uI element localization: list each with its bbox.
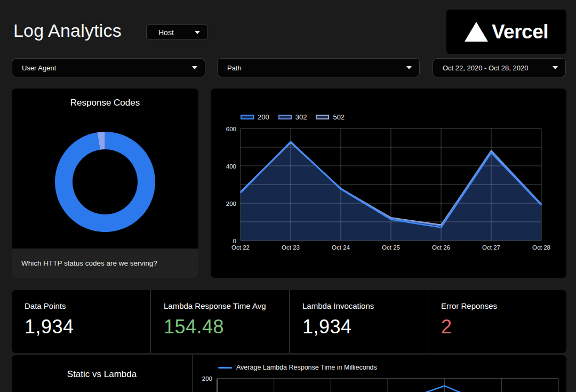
vercel-logo: Vercel: [446, 10, 566, 54]
svg-text:200: 200: [226, 201, 236, 207]
stat-value: 154.48: [164, 316, 289, 338]
response-codes-timeseries-card: 0200400600Oct 22Oct 23Oct 24Oct 25Oct 26…: [211, 89, 566, 278]
user-agent-dropdown-label: User Agent: [22, 64, 188, 72]
svg-text:200: 200: [202, 375, 212, 382]
response-codes-card: Response Codes Which HTTP status codes a…: [12, 89, 198, 278]
lambda-response-time-line-chart: 200: [193, 355, 567, 392]
legend-label: 200: [258, 113, 269, 121]
chart-legend: 200302502: [241, 113, 354, 121]
vercel-triangle-icon: [465, 22, 488, 42]
user-agent-dropdown[interactable]: User Agent: [12, 58, 205, 77]
legend-item-200[interactable]: 200: [241, 113, 269, 121]
svg-text:Oct 22: Oct 22: [231, 244, 250, 251]
svg-text:Oct 23: Oct 23: [282, 244, 300, 251]
legend-item-502[interactable]: 502: [316, 113, 345, 121]
static-vs-lambda-title: Static vs Lambda: [12, 369, 192, 380]
date-range-label: Oct 22, 2020 - Oct 28, 2020: [443, 64, 548, 72]
static-vs-lambda-card: Static vs Lambda Average Lambda Response…: [12, 355, 566, 392]
page-title: Log Analytics: [13, 20, 122, 41]
stat-lambda-response-time-avg: Lambda Response Time Avg 154.48: [150, 290, 289, 353]
stat-value: 1,934: [25, 316, 150, 338]
stat-label: Data Points: [25, 301, 150, 310]
legend-label: 302: [295, 113, 307, 121]
log-analytics-dashboard: Log Analytics Host Vercel User Agent Pat…: [0, 0, 576, 392]
stat-label: Error Reponses: [441, 301, 566, 310]
lambda-response-time-chart-cell: Average Lambda Response Time in Millieco…: [192, 355, 566, 392]
host-dropdown-label: Host: [158, 28, 190, 37]
legend-item-302[interactable]: 302: [278, 113, 307, 121]
date-range-dropdown[interactable]: Oct 22, 2020 - Oct 28, 2020: [433, 58, 566, 77]
stat-error-responses: Error Reponses 2: [428, 290, 566, 353]
chevron-down-icon: [192, 66, 197, 69]
vercel-logo-text: Vercel: [492, 21, 548, 43]
legend-swatch-icon: [241, 115, 254, 119]
stat-label: Lambda Response Time Avg: [164, 301, 289, 310]
donut-card-footer: Which HTTP status codes are we serving?: [12, 249, 198, 278]
stat-lambda-invocations: Lambda Invocations 1,934: [289, 290, 428, 353]
summary-stats-card: Data Points 1,934 Lambda Response Time A…: [12, 290, 566, 353]
svg-text:Oct 28: Oct 28: [532, 244, 550, 251]
path-dropdown-label: Path: [227, 64, 402, 72]
svg-text:0: 0: [233, 238, 236, 244]
svg-text:Oct 26: Oct 26: [432, 244, 450, 251]
svg-text:Oct 27: Oct 27: [482, 244, 500, 251]
stat-value: 1,934: [302, 316, 428, 338]
svg-text:Oct 24: Oct 24: [332, 244, 350, 251]
stat-label: Lambda Invocations: [302, 301, 428, 310]
stat-value: 2: [441, 316, 566, 338]
stat-data-points: Data Points 1,934: [12, 290, 150, 353]
chevron-down-icon: [195, 31, 200, 34]
legend-label: 502: [333, 113, 345, 121]
chevron-down-icon: [553, 66, 558, 69]
svg-text:600: 600: [226, 126, 236, 132]
host-dropdown[interactable]: Host: [146, 25, 208, 40]
donut-chart-title: Response Codes: [12, 98, 198, 108]
static-vs-lambda-title-cell: Static vs Lambda: [12, 355, 192, 392]
chevron-down-icon: [406, 66, 412, 69]
path-dropdown[interactable]: Path: [217, 58, 420, 77]
legend-swatch-icon: [278, 115, 292, 119]
svg-text:400: 400: [226, 163, 236, 170]
legend-swatch-icon: [316, 115, 329, 119]
donut-segment-200[interactable]: [55, 132, 155, 232]
svg-text:Oct 25: Oct 25: [382, 244, 400, 251]
